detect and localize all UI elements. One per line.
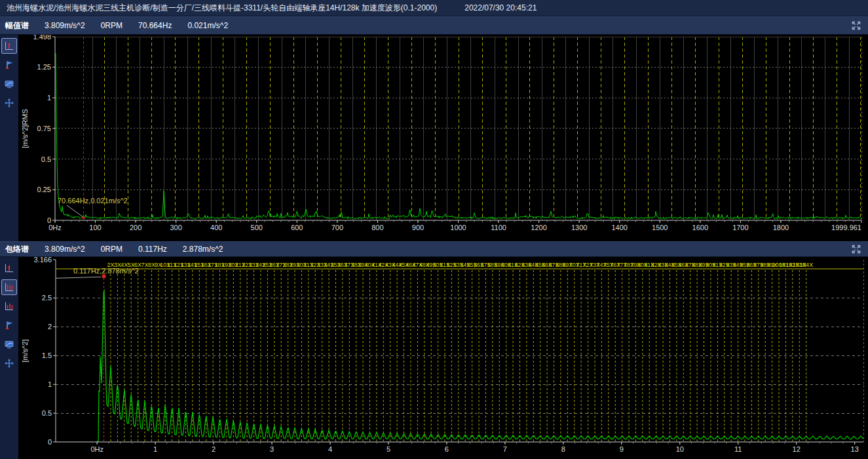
- svg-text:1999.961: 1999.961: [831, 224, 861, 231]
- chart-window-icon[interactable]: [1, 336, 17, 352]
- svg-text:0: 0: [47, 216, 51, 224]
- envelope-toolbar: [0, 257, 18, 459]
- svg-text:800: 800: [371, 224, 383, 231]
- svg-text:1300: 1300: [571, 224, 587, 231]
- svg-text:2: 2: [212, 445, 216, 453]
- amplitude-spectrum-plot[interactable]: 70.664Hz,0.021m/s^20Hz100200300400500600…: [18, 35, 868, 241]
- svg-text:7: 7: [503, 445, 507, 453]
- svg-text:400: 400: [210, 224, 222, 231]
- envelope-spectrum-panel: 包络谱 3.809m/s^2 0RPM 0.117Hz 2.878m/s^2 2…: [0, 241, 868, 459]
- svg-text:1600: 1600: [692, 224, 708, 231]
- svg-text:8X: 8X: [148, 262, 155, 268]
- svg-text:11: 11: [734, 445, 742, 453]
- amplitude-spectrum-body: 70.664Hz,0.021m/s^20Hz100200300400500600…: [0, 35, 868, 241]
- gridlines: [55, 37, 861, 220]
- amplitude-toolbar: [0, 35, 18, 241]
- svg-text:12: 12: [793, 445, 801, 453]
- svg-text:100: 100: [89, 224, 101, 231]
- svg-text:1: 1: [48, 380, 52, 388]
- svg-text:9: 9: [620, 445, 624, 453]
- spectrum-curve: [55, 54, 861, 219]
- amplitude-spectrum-panel: 幅值谱 3.809m/s^2 0RPM 70.664Hz 0.021m/s^2 …: [0, 16, 868, 241]
- svg-text:700: 700: [331, 224, 343, 231]
- move-icon[interactable]: [1, 355, 17, 371]
- cursor-frequency-value: 70.664Hz: [138, 21, 172, 30]
- title-bar: 池州海螺水泥/池州海螺水泥三线主机诊断/制造一分厂/三线喂料斗提-3311/头轮…: [0, 0, 868, 16]
- overall-rms-value: 3.809m/s^2: [45, 21, 85, 30]
- spectrum-curve: [97, 290, 863, 442]
- svg-text:500: 500: [251, 224, 263, 231]
- svg-text:[m/s^2]: [m/s^2]: [21, 339, 29, 362]
- svg-text:1800: 1800: [773, 224, 789, 231]
- svg-text:0Hz: 0Hz: [90, 445, 104, 453]
- svg-text:4: 4: [328, 445, 332, 453]
- svg-text:1000: 1000: [450, 224, 466, 231]
- flag-icon[interactable]: [1, 57, 17, 73]
- svg-text:0.5: 0.5: [41, 155, 51, 163]
- speed-value: 0RPM: [101, 21, 123, 30]
- harmonic-cursor-set[interactable]: 2X3X4X5X6X7X8X9X10X11X12X13X14X15X16X17X…: [56, 262, 863, 442]
- svg-text:0.75: 0.75: [37, 125, 51, 132]
- svg-text:0Hz: 0Hz: [48, 224, 62, 231]
- svg-text:3: 3: [270, 445, 274, 453]
- panel-title: 幅值谱: [5, 20, 29, 31]
- svg-text:1700: 1700: [732, 224, 748, 231]
- svg-text:1500: 1500: [652, 224, 668, 231]
- svg-text:0.25: 0.25: [37, 186, 51, 193]
- svg-text:104X: 104X: [799, 262, 813, 268]
- svg-text:1: 1: [47, 94, 51, 102]
- amplitude-spectrum-header: 幅值谱 3.809m/s^2 0RPM 70.664Hz 0.021m/s^2: [0, 16, 868, 35]
- svg-text:13: 13: [851, 445, 859, 453]
- cursor-amplitude-value: 2.878m/s^2: [183, 245, 223, 254]
- envelope-spectrum-plot[interactable]: 2X3X4X5X6X7X8X9X10X11X12X13X14X15X16X17X…: [18, 257, 868, 459]
- envelope-spectrum-header: 包络谱 3.809m/s^2 0RPM 0.117Hz 2.878m/s^2: [0, 241, 868, 257]
- chart-window-icon[interactable]: [1, 76, 17, 92]
- cursor-frequency-value: 0.117Hz: [138, 245, 167, 254]
- svg-text:300: 300: [170, 224, 181, 231]
- single-cursor-icon[interactable]: [1, 260, 17, 276]
- measurement-path: 池州海螺水泥/池州海螺水泥三线主机诊断/制造一分厂/三线喂料斗提-3311/头轮…: [7, 3, 437, 14]
- axes: 0Hz1002003004005006007008009001000110012…: [21, 35, 861, 231]
- move-icon[interactable]: [1, 95, 17, 111]
- harmonic-cursor-icon[interactable]: [1, 279, 17, 295]
- svg-text:600: 600: [291, 224, 303, 231]
- cursor-annotation: 70.664Hz,0.021m/s^2: [58, 197, 128, 216]
- sideband-cursor-icon[interactable]: [1, 298, 17, 314]
- axes: 0Hz1234567891011121300.511.522.53.166[m/…: [21, 257, 863, 453]
- svg-text:0: 0: [48, 438, 52, 446]
- svg-text:8: 8: [561, 445, 565, 453]
- svg-text:10: 10: [676, 445, 684, 453]
- svg-text:7X: 7X: [142, 262, 149, 268]
- svg-text:6: 6: [445, 445, 449, 453]
- overall-rms-value: 3.809m/s^2: [45, 245, 85, 254]
- svg-text:1.25: 1.25: [37, 63, 51, 71]
- flag-icon[interactable]: [1, 317, 17, 333]
- panel-title: 包络谱: [5, 244, 29, 255]
- single-cursor-icon[interactable]: [1, 38, 17, 54]
- svg-text:0.5: 0.5: [42, 409, 52, 417]
- gridlines: [56, 260, 863, 442]
- svg-text:70.664Hz,0.021m/s^2: 70.664Hz,0.021m/s^2: [58, 197, 128, 205]
- expand-icon[interactable]: [850, 20, 863, 31]
- svg-text:1: 1: [153, 445, 157, 453]
- envelope-spectrum-body: 2X3X4X5X6X7X8X9X10X11X12X13X14X15X16X17X…: [0, 257, 868, 459]
- svg-text:2: 2: [48, 323, 52, 330]
- svg-text:1100: 1100: [491, 224, 506, 231]
- svg-text:[m/s^2]RMS: [m/s^2]RMS: [21, 109, 29, 148]
- svg-text:1400: 1400: [611, 224, 627, 231]
- svg-text:1200: 1200: [531, 224, 546, 231]
- svg-text:900: 900: [412, 224, 424, 231]
- timestamp: 2022/07/30 20:45:21: [464, 3, 537, 12]
- svg-text:3.166: 3.166: [33, 257, 52, 264]
- svg-text:5: 5: [387, 445, 390, 453]
- expand-icon[interactable]: [850, 243, 863, 255]
- svg-text:200: 200: [130, 224, 142, 231]
- svg-text:1.5: 1.5: [42, 351, 52, 359]
- svg-text:0.117Hz,2.878m/s^2: 0.117Hz,2.878m/s^2: [73, 267, 139, 275]
- cursor-amplitude-value: 0.021m/s^2: [187, 21, 228, 30]
- svg-text:2.5: 2.5: [42, 294, 52, 302]
- svg-text:1.498: 1.498: [33, 35, 51, 41]
- speed-value: 0RPM: [101, 245, 123, 254]
